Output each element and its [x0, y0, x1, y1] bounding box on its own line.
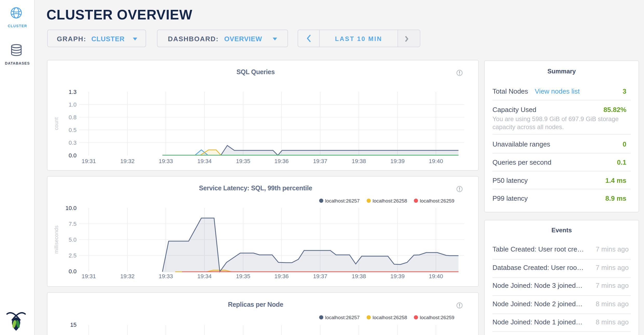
svg-text:0.3: 0.3	[68, 139, 77, 146]
svg-text:15: 15	[70, 322, 77, 328]
svg-text:19:37: 19:37	[313, 158, 327, 164]
svg-text:count: count	[53, 117, 59, 130]
svg-text:19:39: 19:39	[390, 273, 405, 280]
svg-text:19:36: 19:36	[274, 158, 289, 164]
svg-text:localhost:26257: localhost:26257	[325, 315, 360, 320]
svg-text:19:38: 19:38	[352, 273, 366, 280]
svg-text:19:33: 19:33	[159, 273, 173, 280]
svg-text:7.5: 7.5	[68, 221, 77, 227]
svg-text:milliseconds: milliseconds	[53, 226, 59, 254]
svg-text:2.5: 2.5	[68, 252, 77, 259]
svg-text:19:33: 19:33	[159, 158, 173, 164]
svg-text:0.0: 0.0	[68, 268, 77, 275]
svg-text:5.0: 5.0	[68, 236, 77, 243]
svg-text:19:32: 19:32	[120, 158, 134, 164]
svg-text:19:31: 19:31	[81, 158, 96, 164]
svg-text:0.8: 0.8	[68, 114, 77, 121]
svg-text:19:39: 19:39	[390, 158, 405, 164]
svg-text:19:37: 19:37	[313, 273, 327, 280]
svg-text:1.3: 1.3	[68, 89, 77, 95]
svg-text:19:35: 19:35	[236, 158, 250, 164]
svg-text:19:38: 19:38	[352, 158, 366, 164]
svg-text:0.5: 0.5	[68, 127, 77, 133]
svg-text:localhost:26259: localhost:26259	[420, 198, 454, 204]
svg-text:localhost:26258: localhost:26258	[373, 315, 407, 320]
svg-text:10.0: 10.0	[65, 205, 77, 211]
svg-text:19:32: 19:32	[120, 273, 134, 280]
svg-text:localhost:26258: localhost:26258	[373, 198, 407, 204]
svg-text:localhost:26257: localhost:26257	[325, 198, 360, 204]
svg-text:19:36: 19:36	[274, 273, 289, 280]
svg-text:19:34: 19:34	[197, 273, 211, 280]
svg-text:localhost:26259: localhost:26259	[420, 315, 454, 320]
svg-text:19:40: 19:40	[429, 273, 443, 280]
svg-text:19:35: 19:35	[236, 273, 250, 280]
svg-text:19:31: 19:31	[81, 273, 96, 280]
svg-text:19:40: 19:40	[429, 158, 443, 164]
svg-text:0.0: 0.0	[68, 152, 77, 159]
svg-text:1.0: 1.0	[68, 101, 77, 108]
svg-text:19:34: 19:34	[197, 158, 211, 164]
